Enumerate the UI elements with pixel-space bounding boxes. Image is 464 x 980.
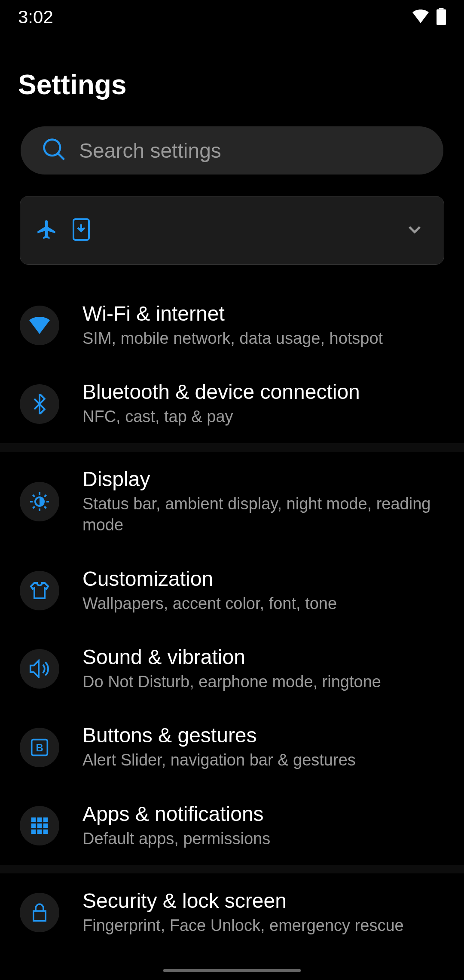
settings-item-wifi-internet[interactable]: Wi-Fi & internet SIM, mobile network, da…: [0, 286, 464, 364]
item-subtitle: Alert Slider, navigation bar & gestures: [82, 750, 356, 771]
settings-item-bluetooth[interactable]: Bluetooth & device connection NFC, cast,…: [0, 364, 464, 443]
status-time: 3:02: [18, 7, 53, 28]
item-subtitle: Do Not Disturb, earphone mode, ringtone: [82, 671, 381, 692]
svg-rect-12: [31, 830, 36, 834]
settings-item-display[interactable]: Display Status bar, ambient display, nig…: [0, 452, 464, 551]
item-subtitle: Fingerprint, Face Unlock, emergency resc…: [82, 915, 404, 936]
item-subtitle: Status bar, ambient display, night mode,…: [82, 493, 444, 536]
wifi-icon: [20, 306, 59, 345]
item-title: Customization: [82, 567, 337, 591]
item-title: Wi-Fi & internet: [82, 302, 383, 325]
svg-rect-0: [439, 8, 444, 9]
tshirt-icon: [20, 571, 59, 610]
status-icons: [412, 8, 446, 27]
status-bar: 3:02: [0, 0, 464, 34]
item-subtitle: Default apps, permissions: [82, 828, 270, 849]
settings-item-buttons-gestures[interactable]: B Buttons & gestures Alert Slider, navig…: [0, 708, 464, 786]
lock-icon: [20, 893, 59, 932]
bluetooth-icon: [20, 384, 59, 424]
search-settings[interactable]: Search settings: [21, 126, 443, 175]
item-title: Sound & vibration: [82, 645, 381, 669]
buttons-icon: B: [20, 728, 59, 767]
search-icon: [42, 138, 66, 163]
chevron-down-icon[interactable]: [404, 219, 425, 242]
item-title: Security & lock screen: [82, 889, 404, 913]
navigation-handle[interactable]: [163, 969, 301, 972]
settings-list: Wi-Fi & internet SIM, mobile network, da…: [0, 286, 464, 952]
section-divider: [0, 865, 464, 873]
item-subtitle: NFC, cast, tap & pay: [82, 406, 360, 427]
svg-rect-14: [43, 830, 48, 834]
svg-rect-8: [43, 818, 48, 822]
apps-grid-icon: [20, 806, 59, 845]
system-update-icon[interactable]: [72, 218, 91, 242]
svg-rect-1: [437, 9, 446, 25]
svg-text:B: B: [36, 742, 43, 753]
item-title: Buttons & gestures: [82, 723, 356, 747]
settings-item-security[interactable]: Security & lock screen Fingerprint, Face…: [0, 873, 464, 952]
settings-item-sound[interactable]: Sound & vibration Do Not Disturb, earpho…: [0, 630, 464, 708]
sound-icon: [20, 649, 59, 689]
svg-rect-6: [31, 818, 36, 822]
display-icon: [20, 482, 59, 521]
settings-item-customization[interactable]: Customization Wallpapers, accent color, …: [0, 551, 464, 630]
item-subtitle: SIM, mobile network, data usage, hotspot: [82, 328, 383, 349]
quick-toggles-panel[interactable]: [20, 196, 444, 265]
item-title: Apps & notifications: [82, 802, 270, 826]
item-subtitle: Wallpapers, accent color, font, tone: [82, 593, 337, 614]
section-divider: [0, 443, 464, 452]
page-title: Settings: [0, 34, 464, 126]
battery-icon: [437, 8, 446, 27]
item-title: Bluetooth & device connection: [82, 380, 360, 404]
svg-rect-9: [31, 824, 36, 828]
svg-rect-10: [37, 824, 42, 828]
wifi-icon: [412, 9, 429, 25]
svg-rect-7: [37, 818, 42, 822]
airplane-mode-icon[interactable]: [36, 218, 58, 242]
item-title: Display: [82, 467, 444, 491]
svg-rect-13: [37, 830, 42, 834]
search-placeholder: Search settings: [79, 139, 221, 162]
svg-rect-11: [43, 824, 48, 828]
settings-item-apps-notifications[interactable]: Apps & notifications Default apps, permi…: [0, 787, 464, 865]
